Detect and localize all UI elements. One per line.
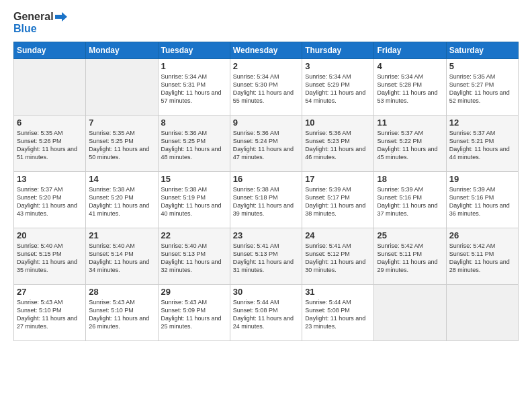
logo-text-block: General Blue — [13, 11, 67, 35]
calendar-cell: 24Sunrise: 5:41 AM Sunset: 5:12 PM Dayli… — [302, 228, 374, 284]
weekday-header: Tuesday — [158, 42, 230, 58]
calendar-cell: 7Sunrise: 5:35 AM Sunset: 5:25 PM Daylig… — [86, 115, 158, 171]
calendar-cell: 13Sunrise: 5:37 AM Sunset: 5:20 PM Dayli… — [14, 171, 86, 228]
day-info: Sunrise: 5:34 AM Sunset: 5:28 PM Dayligh… — [377, 73, 443, 105]
day-number: 27 — [17, 287, 83, 297]
day-info: Sunrise: 5:38 AM Sunset: 5:18 PM Dayligh… — [233, 185, 299, 218]
day-number: 25 — [377, 230, 443, 240]
day-number: 6 — [17, 118, 83, 128]
day-number: 8 — [161, 118, 227, 128]
weekday-header: Friday — [374, 42, 446, 58]
calendar-cell: 11Sunrise: 5:37 AM Sunset: 5:22 PM Dayli… — [374, 115, 446, 171]
weekday-header: Wednesday — [230, 42, 302, 58]
calendar: SundayMondayTuesdayWednesdayThursdayFrid… — [13, 42, 519, 341]
day-info: Sunrise: 5:40 AM Sunset: 5:13 PM Dayligh… — [161, 242, 227, 275]
calendar-cell: 14Sunrise: 5:38 AM Sunset: 5:20 PM Dayli… — [86, 171, 158, 228]
weekday-header: Monday — [86, 42, 158, 58]
day-info: Sunrise: 5:34 AM Sunset: 5:30 PM Dayligh… — [233, 73, 299, 105]
day-info: Sunrise: 5:39 AM Sunset: 5:17 PM Dayligh… — [305, 185, 371, 218]
weekday-header: Sunday — [14, 42, 86, 58]
day-number: 3 — [305, 61, 371, 71]
day-number: 19 — [449, 174, 515, 184]
day-info: Sunrise: 5:40 AM Sunset: 5:15 PM Dayligh… — [17, 242, 83, 275]
day-info: Sunrise: 5:41 AM Sunset: 5:13 PM Dayligh… — [233, 242, 299, 275]
calendar-cell: 12Sunrise: 5:37 AM Sunset: 5:21 PM Dayli… — [446, 115, 518, 171]
day-info: Sunrise: 5:34 AM Sunset: 5:31 PM Dayligh… — [161, 73, 227, 105]
day-info: Sunrise: 5:40 AM Sunset: 5:14 PM Dayligh… — [89, 242, 154, 275]
calendar-week-row: 20Sunrise: 5:40 AM Sunset: 5:15 PM Dayli… — [14, 228, 519, 284]
calendar-week-row: 1Sunrise: 5:34 AM Sunset: 5:31 PM Daylig… — [14, 58, 519, 115]
day-info: Sunrise: 5:39 AM Sunset: 5:16 PM Dayligh… — [449, 185, 515, 218]
calendar-cell: 30Sunrise: 5:44 AM Sunset: 5:08 PM Dayli… — [230, 284, 302, 340]
day-number: 9 — [233, 118, 299, 128]
calendar-cell: 3Sunrise: 5:34 AM Sunset: 5:29 PM Daylig… — [302, 58, 374, 115]
day-number: 16 — [233, 174, 299, 184]
day-info: Sunrise: 5:42 AM Sunset: 5:11 PM Dayligh… — [449, 242, 515, 275]
day-info: Sunrise: 5:41 AM Sunset: 5:12 PM Dayligh… — [305, 242, 371, 275]
day-info: Sunrise: 5:36 AM Sunset: 5:23 PM Dayligh… — [305, 129, 371, 162]
calendar-cell: 5Sunrise: 5:35 AM Sunset: 5:27 PM Daylig… — [446, 58, 518, 115]
calendar-week-row: 13Sunrise: 5:37 AM Sunset: 5:20 PM Dayli… — [14, 171, 519, 228]
day-number: 12 — [449, 118, 515, 128]
day-number: 11 — [377, 118, 443, 128]
calendar-week-row: 6Sunrise: 5:35 AM Sunset: 5:26 PM Daylig… — [14, 115, 519, 171]
day-number: 5 — [449, 61, 515, 71]
calendar-cell: 19Sunrise: 5:39 AM Sunset: 5:16 PM Dayli… — [446, 171, 518, 228]
day-info: Sunrise: 5:44 AM Sunset: 5:08 PM Dayligh… — [305, 298, 371, 331]
day-info: Sunrise: 5:43 AM Sunset: 5:10 PM Dayligh… — [89, 298, 154, 331]
calendar-cell: 27Sunrise: 5:43 AM Sunset: 5:10 PM Dayli… — [14, 284, 86, 340]
day-info: Sunrise: 5:34 AM Sunset: 5:29 PM Dayligh… — [305, 73, 371, 105]
calendar-cell: 4Sunrise: 5:34 AM Sunset: 5:28 PM Daylig… — [374, 58, 446, 115]
weekday-header: Thursday — [302, 42, 374, 58]
day-info: Sunrise: 5:38 AM Sunset: 5:19 PM Dayligh… — [161, 185, 227, 218]
page: General Blue SundayMondayTuesdayWednesda… — [0, 0, 532, 411]
calendar-cell: 22Sunrise: 5:40 AM Sunset: 5:13 PM Dayli… — [158, 228, 230, 284]
header: General Blue — [13, 11, 519, 35]
day-number: 20 — [17, 230, 83, 240]
day-info: Sunrise: 5:36 AM Sunset: 5:24 PM Dayligh… — [233, 129, 299, 162]
day-number: 13 — [17, 174, 83, 184]
calendar-cell: 6Sunrise: 5:35 AM Sunset: 5:26 PM Daylig… — [14, 115, 86, 171]
calendar-cell: 23Sunrise: 5:41 AM Sunset: 5:13 PM Dayli… — [230, 228, 302, 284]
day-number: 17 — [305, 174, 371, 184]
day-info: Sunrise: 5:39 AM Sunset: 5:16 PM Dayligh… — [377, 185, 443, 218]
day-number: 2 — [233, 61, 299, 71]
day-info: Sunrise: 5:44 AM Sunset: 5:08 PM Dayligh… — [233, 298, 299, 331]
calendar-cell: 25Sunrise: 5:42 AM Sunset: 5:11 PM Dayli… — [374, 228, 446, 284]
day-number: 15 — [161, 174, 227, 184]
logo-general: General — [13, 11, 54, 23]
calendar-cell — [446, 284, 518, 340]
calendar-cell: 20Sunrise: 5:40 AM Sunset: 5:15 PM Dayli… — [14, 228, 86, 284]
calendar-cell — [86, 58, 158, 115]
svg-marker-0 — [55, 12, 67, 21]
calendar-cell — [14, 58, 86, 115]
calendar-cell: 29Sunrise: 5:43 AM Sunset: 5:09 PM Dayli… — [158, 284, 230, 340]
day-number: 18 — [377, 174, 443, 184]
day-number: 28 — [89, 287, 154, 297]
calendar-cell: 15Sunrise: 5:38 AM Sunset: 5:19 PM Dayli… — [158, 171, 230, 228]
calendar-cell: 1Sunrise: 5:34 AM Sunset: 5:31 PM Daylig… — [158, 58, 230, 115]
day-info: Sunrise: 5:36 AM Sunset: 5:25 PM Dayligh… — [161, 129, 227, 162]
calendar-cell: 18Sunrise: 5:39 AM Sunset: 5:16 PM Dayli… — [374, 171, 446, 228]
day-info: Sunrise: 5:43 AM Sunset: 5:10 PM Dayligh… — [17, 298, 83, 331]
day-info: Sunrise: 5:42 AM Sunset: 5:11 PM Dayligh… — [377, 242, 443, 275]
day-number: 26 — [449, 230, 515, 240]
day-number: 24 — [305, 230, 371, 240]
calendar-cell: 16Sunrise: 5:38 AM Sunset: 5:18 PM Dayli… — [230, 171, 302, 228]
day-info: Sunrise: 5:37 AM Sunset: 5:20 PM Dayligh… — [17, 185, 83, 218]
calendar-cell: 26Sunrise: 5:42 AM Sunset: 5:11 PM Dayli… — [446, 228, 518, 284]
day-info: Sunrise: 5:43 AM Sunset: 5:09 PM Dayligh… — [161, 298, 227, 331]
calendar-cell: 9Sunrise: 5:36 AM Sunset: 5:24 PM Daylig… — [230, 115, 302, 171]
day-number: 1 — [161, 61, 227, 71]
day-number: 10 — [305, 118, 371, 128]
day-number: 21 — [89, 230, 154, 240]
calendar-week-row: 27Sunrise: 5:43 AM Sunset: 5:10 PM Dayli… — [14, 284, 519, 340]
day-info: Sunrise: 5:38 AM Sunset: 5:20 PM Dayligh… — [89, 185, 154, 218]
day-number: 14 — [89, 174, 154, 184]
day-number: 7 — [89, 118, 154, 128]
day-number: 22 — [161, 230, 227, 240]
day-number: 30 — [233, 287, 299, 297]
day-number: 31 — [305, 287, 371, 297]
day-info: Sunrise: 5:35 AM Sunset: 5:25 PM Dayligh… — [89, 129, 154, 162]
day-number: 23 — [233, 230, 299, 240]
